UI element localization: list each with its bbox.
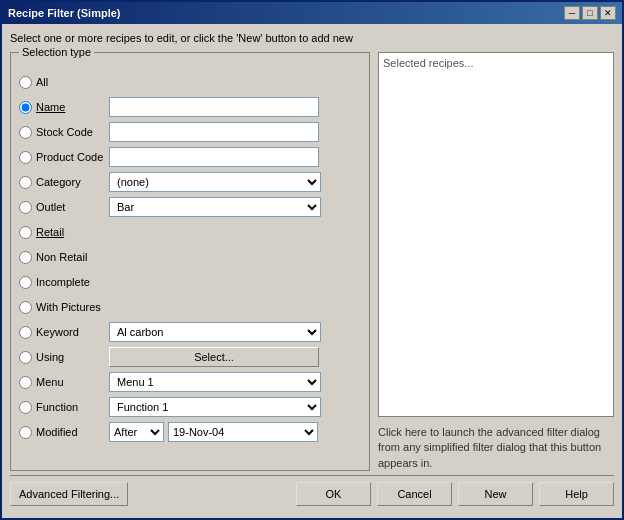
non-retail-label[interactable]: Non Retail <box>19 251 87 264</box>
selected-recipes-label: Selected recipes... <box>383 57 474 69</box>
category-row: Category (none) <box>19 171 361 193</box>
stock-code-radio[interactable] <box>19 126 32 139</box>
keyword-text: Keyword <box>36 326 79 338</box>
incomplete-row: Incomplete <box>19 271 361 293</box>
outlet-radio[interactable] <box>19 201 32 214</box>
all-row: All <box>19 71 361 93</box>
incomplete-radio[interactable] <box>19 276 32 289</box>
stock-code-row: Stock Code <box>19 121 361 143</box>
close-button[interactable]: ✕ <box>600 6 616 20</box>
function-label[interactable]: Function <box>19 401 109 414</box>
selection-type-group: Selection type All <box>10 52 370 471</box>
product-code-label[interactable]: Product Code <box>19 151 109 164</box>
selected-recipes-box: Selected recipes... <box>378 52 614 417</box>
outlet-combo-wrapper: Bar <box>109 197 321 217</box>
non-retail-radio[interactable] <box>19 251 32 264</box>
incomplete-label[interactable]: Incomplete <box>19 276 109 289</box>
left-panel: Selection type All <box>10 52 370 471</box>
name-radio[interactable] <box>19 101 32 114</box>
modified-date-dropdown[interactable]: 19-Nov-04 <box>168 422 318 442</box>
title-bar: Recipe Filter (Simple) ─ □ ✕ <box>2 2 622 24</box>
category-combo-wrapper: (none) <box>109 172 321 192</box>
keyword-label[interactable]: Keyword <box>19 326 109 339</box>
outlet-label[interactable]: Outlet <box>19 201 109 214</box>
function-combo-wrapper: Function 1 <box>109 397 321 417</box>
menu-radio[interactable] <box>19 376 32 389</box>
maximize-button[interactable]: □ <box>582 6 598 20</box>
with-pictures-text: With Pictures <box>36 301 101 313</box>
menu-dropdown[interactable]: Menu 1 <box>109 372 321 392</box>
with-pictures-row: With Pictures <box>19 296 361 318</box>
help-button[interactable]: Help <box>539 482 614 506</box>
modified-qualifier-dropdown[interactable]: After <box>109 422 164 442</box>
non-retail-row: Non Retail <box>19 246 361 268</box>
instruction-text: Select one or more recipes to edit, or c… <box>10 32 614 44</box>
category-dropdown[interactable]: (none) <box>109 172 321 192</box>
outlet-row: Outlet Bar <box>19 196 361 218</box>
product-code-text: Product Code <box>36 151 103 163</box>
ok-button[interactable]: OK <box>296 482 371 506</box>
with-pictures-label[interactable]: With Pictures <box>19 301 101 314</box>
main-area: Selection type All <box>10 52 614 471</box>
new-button[interactable]: New <box>458 482 533 506</box>
menu-combo-wrapper: Menu 1 <box>109 372 321 392</box>
keyword-dropdown[interactable]: Al carbon <box>109 322 321 342</box>
modified-inputs: After 19-Nov-04 <box>109 422 318 442</box>
category-radio[interactable] <box>19 176 32 189</box>
stock-code-input[interactable] <box>109 122 319 142</box>
name-label[interactable]: Name <box>19 101 109 114</box>
all-radio[interactable] <box>19 76 32 89</box>
function-text: Function <box>36 401 78 413</box>
product-code-row: Product Code <box>19 146 361 168</box>
category-text: Category <box>36 176 81 188</box>
name-row: Name <box>19 96 361 118</box>
cancel-button[interactable]: Cancel <box>377 482 452 506</box>
incomplete-text: Incomplete <box>36 276 90 288</box>
retail-radio[interactable] <box>19 226 32 239</box>
stock-code-text: Stock Code <box>36 126 93 138</box>
stock-code-label[interactable]: Stock Code <box>19 126 109 139</box>
outlet-text: Outlet <box>36 201 65 213</box>
group-label: Selection type <box>19 46 94 58</box>
category-label[interactable]: Category <box>19 176 109 189</box>
menu-label[interactable]: Menu <box>19 376 109 389</box>
using-radio[interactable] <box>19 351 32 364</box>
non-retail-text: Non Retail <box>36 251 87 263</box>
keyword-radio[interactable] <box>19 326 32 339</box>
right-panel: Selected recipes... Click here to launch… <box>378 52 614 471</box>
using-select-button[interactable]: Select... <box>109 347 319 367</box>
modified-label[interactable]: Modified <box>19 426 109 439</box>
name-input[interactable] <box>109 97 319 117</box>
retail-label[interactable]: Retail <box>19 226 109 239</box>
retail-text: Retail <box>36 226 64 238</box>
function-dropdown[interactable]: Function 1 <box>109 397 321 417</box>
keyword-combo-wrapper: Al carbon <box>109 322 321 342</box>
radio-rows: All Name <box>19 71 361 443</box>
modified-text: Modified <box>36 426 78 438</box>
function-radio[interactable] <box>19 401 32 414</box>
all-text: All <box>36 76 48 88</box>
name-text: Name <box>36 101 65 113</box>
modified-row: Modified After 19-Nov-04 <box>19 421 361 443</box>
menu-row: Menu Menu 1 <box>19 371 361 393</box>
outlet-dropdown[interactable]: Bar <box>109 197 321 217</box>
function-row: Function Function 1 <box>19 396 361 418</box>
main-window: Recipe Filter (Simple) ─ □ ✕ Select one … <box>0 0 624 520</box>
modified-radio[interactable] <box>19 426 32 439</box>
help-text: Click here to launch the advanced filter… <box>378 425 614 471</box>
using-text: Using <box>36 351 64 363</box>
with-pictures-radio[interactable] <box>19 301 32 314</box>
keyword-row: Keyword Al carbon <box>19 321 361 343</box>
title-bar-controls: ─ □ ✕ <box>564 6 616 20</box>
all-label[interactable]: All <box>19 76 109 89</box>
using-label[interactable]: Using <box>19 351 109 364</box>
menu-text: Menu <box>36 376 64 388</box>
bottom-buttons: Advanced Filtering... OK Cancel New Help <box>10 475 614 510</box>
window-content: Select one or more recipes to edit, or c… <box>2 24 622 518</box>
retail-row: Retail <box>19 221 361 243</box>
minimize-button[interactable]: ─ <box>564 6 580 20</box>
advanced-filtering-button[interactable]: Advanced Filtering... <box>10 482 128 506</box>
using-row: Using Select... <box>19 346 361 368</box>
product-code-input[interactable] <box>109 147 319 167</box>
product-code-radio[interactable] <box>19 151 32 164</box>
